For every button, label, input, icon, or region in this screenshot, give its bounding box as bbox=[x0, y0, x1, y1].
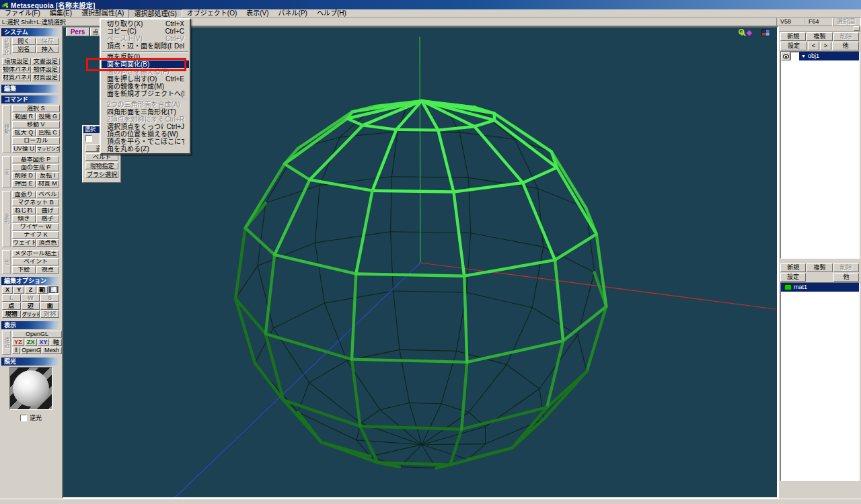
command-button[interactable]: ローカル bbox=[12, 137, 60, 144]
command-button[interactable]: 文書設定 bbox=[32, 58, 61, 65]
command-button[interactable]: ZX bbox=[25, 339, 37, 346]
dropdown-item[interactable]: 切り取り(X)Ctrl+X bbox=[102, 20, 189, 28]
command-button[interactable]: 拡大 Q bbox=[12, 129, 36, 136]
command-button[interactable]: 移動 V bbox=[12, 121, 60, 128]
material-settings-button[interactable]: 設定 bbox=[780, 273, 806, 282]
command-button[interactable]: 辺 bbox=[22, 302, 40, 310]
panel-header[interactable]: 編集 bbox=[1, 85, 61, 93]
pan-view-icon[interactable]: ◆ bbox=[747, 29, 752, 36]
visibility-toggle-button[interactable] bbox=[781, 52, 790, 60]
selection-mode-button[interactable]: 現物指定 bbox=[85, 162, 118, 169]
command-button[interactable]: 物体パネル bbox=[2, 66, 31, 73]
command-button[interactable]: 材質パネル bbox=[2, 74, 31, 81]
title-bar[interactable]: Metasequoia [名称未設定] bbox=[0, 0, 861, 9]
menu-item[interactable]: ファイル(F) bbox=[0, 9, 45, 17]
dropdown-item[interactable]: コピー(C)Ctrl+C bbox=[102, 28, 189, 35]
material-actions-button[interactable]: 複製 bbox=[807, 263, 832, 272]
command-button[interactable]: 点 bbox=[2, 302, 21, 310]
command-button[interactable]: 視点 bbox=[36, 266, 60, 274]
object-settings-button[interactable]: 設定 bbox=[780, 42, 807, 50]
command-button[interactable]: 押出 E bbox=[12, 180, 36, 187]
backlight-checkbox[interactable] bbox=[20, 415, 27, 421]
dropdown-item[interactable]: 頂点を平ら・でこぼこにする(Y) bbox=[102, 138, 189, 145]
view-mode-button[interactable]: Pers bbox=[66, 28, 89, 36]
dropdown-item[interactable]: 頂点・辺・面を削除(D)Del bbox=[102, 42, 189, 50]
command-button[interactable]: 削除 D bbox=[12, 172, 36, 179]
command-button[interactable]: 回転 C bbox=[36, 129, 60, 136]
dropdown-item[interactable]: 面の鏡像を作成(M) bbox=[102, 83, 189, 90]
command-button[interactable]: XY bbox=[38, 339, 50, 346]
command-button[interactable]: 縄 bbox=[48, 286, 59, 294]
object-selected-bar[interactable]: ▼obj1 bbox=[799, 52, 859, 60]
command-button[interactable]: 反転 I bbox=[36, 172, 60, 179]
command-button[interactable]: 選択 S bbox=[12, 105, 60, 112]
command-button[interactable]: 範 bbox=[37, 286, 48, 294]
command-button[interactable]: 現物 bbox=[2, 310, 21, 318]
command-button[interactable]: 頂点色 bbox=[36, 239, 60, 247]
command-button[interactable]: マグネット B bbox=[12, 199, 59, 206]
command-button[interactable]: ペイント bbox=[12, 258, 59, 265]
panel-header[interactable]: 照光 bbox=[1, 358, 61, 366]
object-color-swatch[interactable] bbox=[790, 52, 799, 60]
command-button[interactable]: 開く bbox=[12, 38, 36, 45]
command-button[interactable]: Z bbox=[25, 286, 36, 294]
dropdown-item[interactable]: 四角形面を三角形化(T) bbox=[102, 108, 189, 116]
command-button[interactable]: ナイフ K bbox=[12, 231, 59, 239]
command-button[interactable]: 環境設定 bbox=[2, 58, 31, 65]
dropdown-item[interactable]: 面を押し出す(O)Ctrl+E bbox=[102, 75, 189, 83]
lighting-preview[interactable] bbox=[9, 367, 52, 410]
zoom-icon[interactable] bbox=[738, 28, 747, 37]
object-actions-button[interactable]: 複製 bbox=[807, 32, 832, 41]
menu-item[interactable]: 選択部属性(A) bbox=[77, 9, 128, 17]
command-button[interactable]: OpenGL bbox=[12, 331, 62, 338]
command-button[interactable]: 材質設定 bbox=[32, 74, 61, 81]
dropdown-item[interactable]: 角を丸める(Z) bbox=[102, 145, 189, 153]
material-actions-button[interactable]: 新規 bbox=[780, 263, 806, 272]
command-button[interactable]: 範囲 R bbox=[12, 113, 36, 120]
command-button[interactable]: 物体設定 bbox=[32, 66, 61, 73]
command-button[interactable]: ねじれ bbox=[12, 207, 36, 214]
command-button[interactable]: 別名 bbox=[12, 46, 36, 53]
command-button[interactable]: メタボール粘土 bbox=[12, 250, 59, 257]
material-list[interactable]: mat1 bbox=[780, 282, 860, 481]
menu-item[interactable]: 表示(V) bbox=[241, 9, 273, 17]
command-button[interactable]: ‖ bbox=[12, 347, 20, 354]
command-button[interactable]: OpenGL bbox=[21, 347, 41, 354]
command-button[interactable]: X bbox=[2, 286, 13, 294]
dropdown-item[interactable]: 面を新規オブジェクトへ(N) bbox=[102, 90, 189, 97]
command-button[interactable]: 格子 bbox=[36, 215, 60, 222]
material-list-item[interactable]: mat1 bbox=[781, 283, 859, 292]
command-button[interactable]: ワイヤー W bbox=[12, 223, 59, 230]
panel-header[interactable]: システム bbox=[1, 28, 61, 36]
panel-collapse-button[interactable] bbox=[854, 26, 860, 31]
command-button[interactable]: 下絵 bbox=[12, 266, 36, 274]
command-button[interactable]: 曲げ bbox=[36, 207, 60, 214]
view-layout-icon[interactable] bbox=[761, 29, 770, 36]
object-settings-button[interactable]: 他 bbox=[832, 42, 859, 50]
command-button[interactable]: 材質 M bbox=[36, 180, 60, 187]
command-button[interactable]: 面張り bbox=[12, 191, 36, 198]
command-button[interactable]: 傾き bbox=[12, 215, 36, 222]
panel-header[interactable]: 編集オプション bbox=[1, 277, 61, 285]
menu-item[interactable]: ヘルプ(H) bbox=[312, 9, 351, 17]
command-button[interactable]: 面 bbox=[40, 302, 59, 310]
menu-item[interactable]: パネル(P) bbox=[274, 9, 312, 17]
command-button[interactable]: 基本図形 P bbox=[12, 156, 59, 163]
command-button[interactable]: UV操 U bbox=[12, 145, 36, 153]
panel-header[interactable]: コマンド bbox=[1, 95, 61, 103]
command-button[interactable]: YZ bbox=[12, 339, 24, 346]
object-actions-button[interactable]: 新規 bbox=[780, 32, 806, 41]
material-selected-bar[interactable]: mat1 bbox=[781, 283, 859, 292]
command-button[interactable]: マッピング bbox=[36, 145, 60, 153]
selection-mode-button[interactable]: ブラシ選択 bbox=[85, 171, 118, 178]
menu-item[interactable]: 編集(E) bbox=[45, 9, 77, 17]
menu-item[interactable]: 選択部処理(S) bbox=[128, 9, 182, 17]
dropdown-item[interactable]: 頂点の位置を揃える(W) bbox=[102, 130, 189, 138]
command-button[interactable]: Mesh bbox=[42, 347, 62, 354]
command-button[interactable]: Y bbox=[13, 286, 24, 294]
selection-option-checkbox[interactable] bbox=[85, 135, 92, 142]
expand-arrow-icon[interactable]: ▼ bbox=[801, 52, 806, 60]
object-list[interactable]: ▼obj1 bbox=[780, 51, 860, 259]
command-button[interactable]: 軸 bbox=[50, 339, 62, 346]
command-button[interactable]: グリッド bbox=[22, 310, 40, 318]
